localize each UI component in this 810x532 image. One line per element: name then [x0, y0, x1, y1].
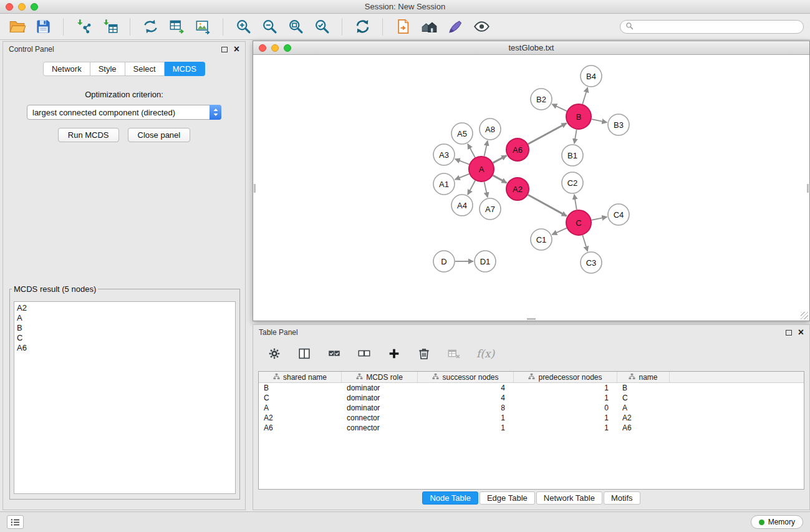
node-A5[interactable]: A5: [451, 123, 473, 144]
node-A2[interactable]: A2: [506, 178, 529, 200]
criterion-dropdown[interactable]: largest connected component (directed): [27, 105, 221, 120]
edge-C-C3[interactable]: [582, 235, 587, 251]
close-table-panel-icon[interactable]: ×: [798, 329, 804, 336]
result-item[interactable]: B: [17, 323, 235, 333]
search-field[interactable]: [620, 20, 804, 34]
node-D[interactable]: D: [433, 251, 455, 272]
task-history-button[interactable]: [7, 515, 24, 529]
float-table-panel-icon[interactable]: [786, 330, 792, 336]
import-table-file-icon[interactable]: [99, 16, 120, 37]
column-icon[interactable]: [297, 346, 312, 361]
column-header-name[interactable]: name: [617, 372, 670, 382]
edge-A2-C[interactable]: [528, 195, 567, 216]
edge-A-A2[interactable]: [493, 175, 506, 183]
minimize-window-button[interactable]: [18, 3, 26, 11]
edge-B-B2[interactable]: [552, 104, 567, 111]
table-row[interactable]: Cdominator41C: [259, 393, 804, 403]
refresh-icon[interactable]: [352, 16, 373, 37]
edge-A-A1[interactable]: [455, 174, 470, 180]
tab-motifs[interactable]: Motifs: [604, 491, 640, 505]
zoom-out-icon[interactable]: [259, 16, 280, 37]
splitter-mark[interactable]: [527, 318, 536, 320]
minimize-network-window-button[interactable]: [271, 44, 279, 52]
edge-A-A5[interactable]: [468, 144, 475, 158]
node-A8[interactable]: A8: [480, 118, 501, 140]
edge-A-A8[interactable]: [485, 141, 488, 157]
home-icon[interactable]: [418, 16, 440, 37]
table-row[interactable]: Adominator80A: [259, 403, 804, 413]
node-B[interactable]: B: [566, 104, 591, 129]
edge-B-B3[interactable]: [592, 119, 607, 122]
search-input[interactable]: [637, 22, 798, 31]
edit-table-icon[interactable]: [166, 16, 187, 37]
open-recent-session-icon[interactable]: [392, 16, 413, 37]
resize-grip[interactable]: [801, 312, 808, 319]
node-A1[interactable]: A1: [433, 173, 455, 195]
table-row[interactable]: A2connector11A2: [259, 413, 804, 423]
run-mcds-button[interactable]: Run MCDS: [58, 128, 119, 142]
result-item[interactable]: A2: [17, 303, 235, 313]
node-B2[interactable]: B2: [531, 89, 552, 110]
column-header-predecessor-nodes[interactable]: predecessor nodes: [514, 372, 617, 382]
deselect-all-icon[interactable]: [357, 346, 372, 361]
tab-network[interactable]: Network: [43, 62, 90, 76]
save-session-icon[interactable]: [32, 16, 54, 37]
table-row[interactable]: Bdominator41B: [259, 383, 804, 393]
node-A6[interactable]: A6: [506, 138, 529, 161]
node-C3[interactable]: C3: [581, 252, 602, 273]
node-A7[interactable]: A7: [480, 198, 501, 220]
edge-C-C4[interactable]: [592, 217, 607, 220]
float-panel-icon[interactable]: [221, 47, 228, 52]
node-C4[interactable]: C4: [608, 204, 629, 225]
edge-A-A6[interactable]: [493, 155, 507, 163]
zoom-selected-icon[interactable]: [311, 16, 332, 37]
node-A4[interactable]: A4: [451, 195, 473, 216]
zoom-network-window-button[interactable]: [284, 44, 291, 52]
edge-A-A4[interactable]: [468, 181, 475, 195]
open-session-icon[interactable]: [6, 16, 27, 37]
column-header-MCDS-role[interactable]: MCDS role: [342, 372, 418, 382]
column-header-successor-nodes[interactable]: successor nodes: [418, 372, 514, 382]
node-A3[interactable]: A3: [433, 144, 455, 165]
node-C1[interactable]: C1: [531, 229, 552, 250]
result-item[interactable]: A: [17, 313, 235, 323]
zoom-fit-icon[interactable]: [285, 16, 306, 37]
node-B1[interactable]: B1: [562, 145, 583, 166]
tab-style[interactable]: Style: [90, 62, 125, 76]
node-C[interactable]: C: [566, 210, 591, 235]
edge-B-B1[interactable]: [574, 130, 577, 144]
result-item[interactable]: A6: [17, 343, 235, 353]
tab-network-table[interactable]: Network Table: [536, 491, 602, 505]
delete-icon[interactable]: [417, 346, 432, 361]
node-D1[interactable]: D1: [475, 251, 496, 272]
node-B4[interactable]: B4: [581, 65, 602, 87]
close-window-button[interactable]: [6, 3, 13, 11]
clone-network-icon[interactable]: [140, 16, 161, 37]
edge-C-C2[interactable]: [574, 195, 577, 210]
column-header-shared-name[interactable]: shared name: [259, 372, 342, 382]
function-builder-button[interactable]: f(x): [476, 347, 494, 360]
memory-button[interactable]: Memory: [751, 515, 803, 529]
tab-edge-table[interactable]: Edge Table: [480, 491, 535, 505]
edge-A-A7[interactable]: [485, 182, 488, 198]
tab-node-table[interactable]: Node Table: [422, 491, 478, 505]
delete-table-icon[interactable]: [446, 346, 461, 361]
splitter-mark[interactable]: [807, 184, 809, 193]
node-B3[interactable]: B3: [608, 114, 629, 135]
table-row[interactable]: A6connector11A6: [259, 423, 804, 433]
zoom-window-button[interactable]: [31, 3, 38, 11]
close-network-window-button[interactable]: [259, 44, 266, 52]
splitter-mark[interactable]: [254, 184, 256, 193]
edge-B-B4[interactable]: [582, 87, 587, 104]
eye-icon[interactable]: [471, 16, 492, 37]
edge-A-A3[interactable]: [455, 159, 470, 165]
edge-A6-B[interactable]: [528, 123, 567, 145]
style-brush-icon[interactable]: [445, 16, 466, 37]
tab-mcds[interactable]: MCDS: [165, 62, 205, 76]
select-all-icon[interactable]: [327, 346, 342, 361]
zoom-in-icon[interactable]: [233, 16, 254, 37]
node-A[interactable]: A: [469, 157, 494, 181]
node-C2[interactable]: C2: [562, 172, 583, 193]
edge-C-C1[interactable]: [552, 228, 567, 235]
network-canvas[interactable]: B4B2BB3A5A8A6A3AB1A1A2C2A4A7C4CC1DD1C3: [253, 56, 809, 321]
